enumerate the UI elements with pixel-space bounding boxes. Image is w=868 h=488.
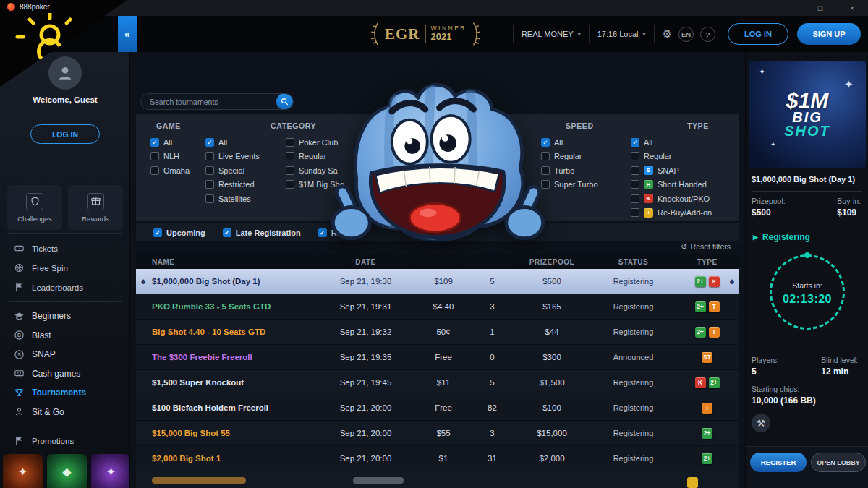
sidebar-item-beginners[interactable]: Beginners [0, 307, 130, 326]
sidebar-item-blast[interactable]: BBlast [0, 326, 130, 346]
egr-award-badge: EGR WINNER 2021 [370, 22, 481, 46]
filter-option-all[interactable]: ✓All [631, 137, 712, 147]
app-logo: 888poker [7, 3, 50, 11]
search-button[interactable] [276, 93, 293, 110]
table-row[interactable]: $100 Blefach Holdem FreerollSep 21, 20:0… [136, 395, 739, 421]
reset-label: Reset filters [691, 242, 731, 251]
cell-type: 2+T [675, 301, 739, 312]
short-handed-icon: H [644, 180, 653, 189]
filter-option-all[interactable]: ✓All [150, 137, 190, 147]
header-name[interactable]: NAME [136, 258, 317, 266]
avatar [48, 56, 82, 90]
filter-option-label: Regular [299, 152, 327, 160]
login-button[interactable]: LOG IN [728, 23, 788, 45]
cell-prize: $44 [512, 328, 592, 336]
sidebar-item-leaderboards[interactable]: Leaderboards [0, 278, 130, 297]
mini-game-tile[interactable]: ◆ [47, 454, 87, 488]
promo-banner: ✦ ✦ ✦ $1M BIG SHOT [749, 61, 866, 168]
filter-option-special[interactable]: Special [205, 166, 260, 175]
table-row[interactable]: $1,000,000 Big Shot (Day 1)Sep 21, 19:30… [136, 269, 739, 294]
tile-label: Rewards [82, 215, 109, 223]
cell-type: 2+ [675, 453, 739, 464]
header-status[interactable]: STATUS [592, 258, 675, 266]
filter-group-title: GAME [156, 121, 190, 130]
players-label: Players: [752, 356, 779, 364]
svg-text:B: B [17, 333, 21, 338]
cell-date: Sep 21, 20:00 [317, 454, 414, 463]
table-row[interactable]: $2,000 Big Shot 1Sep 21, 20:00$131$2,000… [136, 446, 739, 471]
open-lobby-button[interactable]: OPEN LOBBY [811, 453, 866, 472]
sidebar-item-label: Tickets [32, 244, 58, 253]
status-text: Registering [762, 232, 810, 242]
cell-prize: $1,500 [512, 378, 592, 387]
mini-game-tile[interactable]: ✦ [91, 454, 130, 488]
tile-rewards[interactable]: Rewards [68, 185, 123, 230]
sidebar-collapse-button[interactable]: « [118, 16, 137, 52]
divider [589, 25, 590, 43]
local-time-dropdown[interactable]: 17:16 Local ▾ [597, 30, 646, 38]
minimize-button[interactable]: — [773, 0, 804, 16]
toggle-upcoming[interactable]: ✓Upcoming [153, 228, 205, 237]
table-row[interactable]: PKO Rumble 33 - 5 Seats GTDSep 21, 19:31… [136, 294, 739, 320]
cell-name: $2,000 Big Shot 1 [136, 454, 317, 463]
table-row[interactable]: The $300 Freebie FreerollSep 21, 19:35Fr… [136, 345, 739, 370]
checkbox-icon: ✓ [631, 138, 639, 147]
filter-option-satellites[interactable]: Satellites [205, 194, 260, 203]
sidebar-item-sit-go[interactable]: Sit & Go [0, 403, 130, 422]
filter-option-label: SNAP [658, 166, 679, 175]
filter-option-label: Restricted [218, 180, 255, 189]
filter-option-live-events[interactable]: Live Events [205, 152, 260, 161]
type-badge: K [695, 377, 706, 388]
sidebar-item-tournaments[interactable]: Tournaments [0, 383, 130, 403]
filter-option-knockout-pko[interactable]: KKnockout/PKO [631, 194, 712, 203]
sidebar-item-label: Sit & Go [32, 407, 64, 417]
sidebar-item-label: SNAP [32, 349, 56, 359]
table-row[interactable]: $15,000 Big Shot 55Sep 21, 20:00$553$15,… [136, 421, 739, 446]
sidebar-game-tiles: ✦ ◆ ✦ [3, 454, 130, 488]
mask-icon: ✦ [106, 465, 116, 479]
toggle-late-registration[interactable]: ✓Late Registration [223, 228, 301, 237]
signup-button[interactable]: SIGN UP [797, 23, 861, 45]
filter-option-restricted[interactable]: Restricted [205, 180, 260, 189]
sidebar-login-button[interactable]: LOG IN [30, 124, 100, 144]
filter-option-all[interactable]: ✓All [205, 137, 260, 147]
table-row[interactable] [136, 471, 739, 488]
money-mode-dropdown[interactable]: REAL MONEY ▾ [522, 30, 581, 38]
tile-challenges[interactable]: Challenges [7, 185, 62, 230]
checkbox-icon [286, 180, 294, 189]
mini-game-tile[interactable]: ✦ [3, 454, 43, 488]
filter-option-label: Re-Buy/Add-on [658, 208, 712, 217]
cell-type: T [675, 403, 739, 414]
filter-option-regular[interactable]: Regular [631, 152, 712, 161]
table-settings-button[interactable]: ⚒ [752, 414, 770, 432]
filter-option-short-handed[interactable]: HShort Handed [631, 180, 712, 189]
filter-option-snap[interactable]: SSNAP [631, 166, 712, 175]
tournament-details-panel: ✦ ✦ ✦ $1M BIG SHOT $1,000,000 Big Shot (… [745, 52, 868, 488]
ticket-icon [13, 243, 25, 254]
filter-group-title: TYPE [687, 121, 712, 130]
table-row[interactable]: $1,500 Super KnockoutSep 21, 19:45$115$1… [136, 370, 739, 395]
sidebar-item-snap[interactable]: SSNAP [0, 345, 130, 364]
cell-date: Sep 21, 19:35 [317, 353, 414, 361]
gear-icon[interactable]: ⚙ [663, 27, 672, 40]
filter-option-re-buy-add-on[interactable]: +Re-Buy/Add-on [631, 208, 712, 218]
header-type[interactable]: TYPE [675, 258, 739, 266]
filter-option-label: Regular [554, 152, 582, 160]
sidebar-item-cash-games[interactable]: Cash games [0, 364, 130, 384]
filter-option-label: Live Events [218, 152, 260, 160]
register-button[interactable]: REGISTER [750, 453, 807, 472]
search-input[interactable] [141, 98, 276, 106]
sidebar-item-promotions[interactable]: Promotions [0, 431, 130, 450]
maximize-button[interactable]: □ [804, 0, 836, 16]
filter-option-nlh[interactable]: NLH [150, 152, 190, 161]
promo-line3: SHOT [784, 124, 830, 138]
cell-players: 1 [472, 328, 512, 336]
blind-level-label: Blind level: [821, 356, 858, 364]
close-button[interactable]: × [836, 0, 868, 16]
language-button[interactable]: EN [678, 27, 694, 42]
filter-option-omaha[interactable]: Omaha [150, 166, 190, 175]
sidebar-item-free-spin[interactable]: Free Spin [0, 258, 130, 278]
table-row[interactable]: Big Shot 4.40 - 10 Seats GTDSep 21, 19:3… [136, 320, 739, 345]
help-button[interactable]: ? [700, 27, 715, 42]
sidebar-item-tickets[interactable]: Tickets [0, 239, 130, 258]
